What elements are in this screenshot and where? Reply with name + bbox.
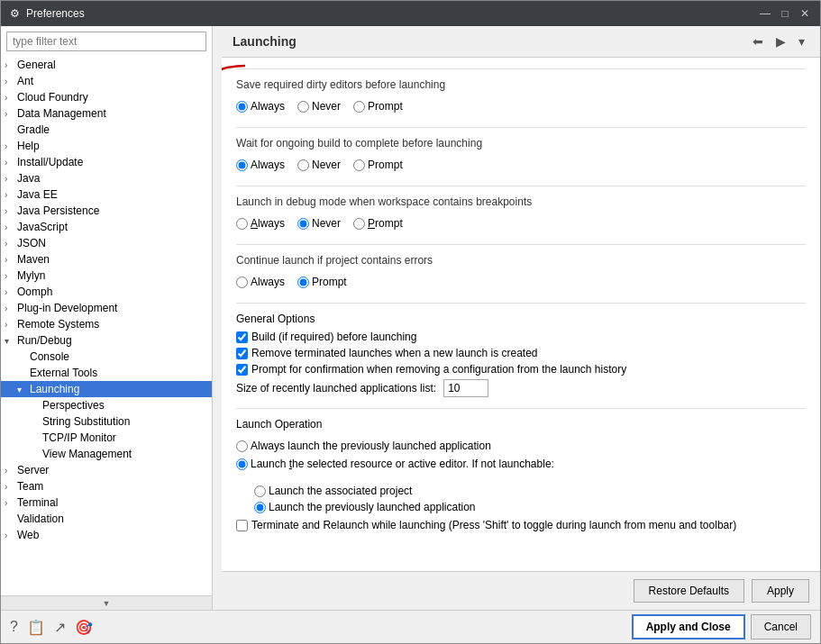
sidebar-item-plugin-development[interactable]: ›Plug-in Development xyxy=(1,300,212,316)
sidebar-item-mylyn[interactable]: ›Mylyn xyxy=(1,268,212,284)
sidebar-item-remote-systems[interactable]: ›Remote Systems xyxy=(1,316,212,332)
tree-label-run-debug: Run/Debug xyxy=(17,334,72,347)
filter-input[interactable] xyxy=(6,32,206,51)
tree-arrow-general: › xyxy=(5,60,17,70)
project-errors-prompt[interactable]: Prompt xyxy=(297,276,347,288)
sidebar-item-data-management[interactable]: ›Data Management xyxy=(1,105,212,122)
tree-arrow-launching: ▾ xyxy=(17,385,30,395)
sidebar-item-tcp-ip-monitor[interactable]: TCP/IP Monitor xyxy=(1,430,212,446)
launch-op-always[interactable]: Always launch the previously launched ap… xyxy=(236,440,491,452)
export-icon[interactable]: ↗ xyxy=(54,619,66,636)
sidebar-item-java-ee[interactable]: ›Java EE xyxy=(1,186,212,203)
panel-title: Launching xyxy=(233,34,296,49)
tree-arrow-javascript: › xyxy=(5,222,17,232)
debug-mode-section: Launch in debug mode when workspace cont… xyxy=(236,186,806,233)
help-icon[interactable]: ? xyxy=(10,619,18,635)
tree-label-oomph: Oomph xyxy=(17,286,52,298)
launch-assoc[interactable]: Launch the associated project xyxy=(254,485,806,497)
sidebar-item-maven[interactable]: ›Maven xyxy=(1,251,212,268)
launch-prev[interactable]: Launch the previously launched applicati… xyxy=(254,501,806,513)
sidebar-item-run-debug[interactable]: ▾Run/Debug xyxy=(1,332,212,349)
launch-op-selected[interactable]: Launch the selected resource or active e… xyxy=(236,458,554,470)
tree-arrow-terminal: › xyxy=(5,498,17,508)
sidebar-item-ant[interactable]: ›Ant xyxy=(1,73,212,89)
launch-operation-label: Launch Operation xyxy=(236,418,806,431)
tree-arrow-install-update: › xyxy=(5,158,17,168)
size-label: Size of recently launched applications l… xyxy=(236,382,436,395)
sidebar-item-external-tools[interactable]: External Tools xyxy=(1,365,212,381)
debug-mode-always[interactable]: Always xyxy=(236,217,285,230)
prompt-confirmation-option[interactable]: Prompt for confirmation when removing a … xyxy=(236,363,806,376)
sidebar-item-cloud-foundry[interactable]: ›Cloud Foundry xyxy=(1,89,212,105)
forward-button[interactable]: ▶ xyxy=(771,32,790,51)
sidebar-item-oomph[interactable]: ›Oomph xyxy=(1,284,212,300)
debug-mode-options: Always Never Prompt xyxy=(236,213,806,233)
tree-arrow-team: › xyxy=(5,482,17,492)
dirty-editors-prompt[interactable]: Prompt xyxy=(353,100,403,113)
ongoing-build-prompt[interactable]: Prompt xyxy=(353,159,403,171)
tree-label-general: General xyxy=(17,59,56,71)
sidebar-item-perspectives[interactable]: Perspectives xyxy=(1,397,212,413)
debug-mode-prompt[interactable]: Prompt xyxy=(353,217,403,230)
dirty-editors-always[interactable]: Always xyxy=(236,100,285,113)
ongoing-build-always[interactable]: Always xyxy=(236,159,285,171)
tree-arrow-help: › xyxy=(5,141,17,151)
tree-label-plugin-development: Plug-in Development xyxy=(17,302,117,314)
tree-arrow-data-management: › xyxy=(5,109,17,119)
sidebar-item-console[interactable]: Console xyxy=(1,349,212,365)
sidebar-item-web[interactable]: ›Web xyxy=(1,527,212,543)
dirty-editors-never[interactable]: Never xyxy=(297,100,341,113)
sidebar-item-java-persistence[interactable]: ›Java Persistence xyxy=(1,203,212,219)
panel-body: Save required dirty editors before launc… xyxy=(222,58,820,571)
maximize-button[interactable]: □ xyxy=(777,5,793,22)
sidebar-item-launching[interactable]: ▾Launching xyxy=(1,381,212,397)
tree-arrow-ant: › xyxy=(5,77,17,86)
project-errors-section: Continue launch if project contains erro… xyxy=(236,244,806,292)
dropdown-button[interactable]: ▾ xyxy=(794,32,809,51)
close-button[interactable]: ✕ xyxy=(797,5,813,22)
tree-label-console: Console xyxy=(30,350,69,363)
dirty-editors-section: Save required dirty editors before launc… xyxy=(236,68,806,116)
project-errors-always[interactable]: Always xyxy=(236,276,285,288)
right-panel: Launching ⬅ ▶ ▾ xyxy=(222,26,820,610)
build-required-option[interactable]: Build (if required) before launching xyxy=(236,331,806,343)
scroll-down-btn[interactable]: ▼ xyxy=(1,595,212,610)
project-errors-label: Continue launch if project contains erro… xyxy=(236,254,806,267)
apply-button[interactable]: Apply xyxy=(752,579,809,603)
sidebar-item-validation[interactable]: Validation xyxy=(1,511,212,527)
sidebar-item-install-update[interactable]: ›Install/Update xyxy=(1,154,212,170)
sidebar-item-team[interactable]: ›Team xyxy=(1,478,212,494)
tree-label-remote-systems: Remote Systems xyxy=(17,318,99,331)
back-button[interactable]: ⬅ xyxy=(748,32,768,51)
size-input[interactable] xyxy=(443,379,488,397)
remove-terminated-option[interactable]: Remove terminated launches when a new la… xyxy=(236,347,806,359)
sidebar-item-help[interactable]: ›Help xyxy=(1,138,212,154)
tree-label-web: Web xyxy=(17,529,39,541)
sidebar-item-terminal[interactable]: ›Terminal xyxy=(1,494,212,511)
sidebar-item-gradle[interactable]: Gradle xyxy=(1,122,212,138)
restore-defaults-button[interactable]: Restore Defaults xyxy=(634,579,744,603)
document-icon[interactable]: 📋 xyxy=(27,619,45,636)
sidebar-item-view-management[interactable]: View Management xyxy=(1,446,212,462)
apply-close-button[interactable]: Apply and Close xyxy=(632,614,745,639)
tree-arrow-json: › xyxy=(5,239,17,249)
sidebar-item-java[interactable]: ›Java xyxy=(1,170,212,186)
sidebar-item-javascript[interactable]: ›JavaScript xyxy=(1,219,212,235)
sidebar-item-json[interactable]: ›JSON xyxy=(1,235,212,251)
cancel-button[interactable]: Cancel xyxy=(751,614,811,639)
target-icon[interactable]: 🎯 xyxy=(75,619,93,636)
tree-arrow-java: › xyxy=(5,174,17,184)
general-options-section: General Options Build (if required) befo… xyxy=(236,303,806,397)
debug-mode-never[interactable]: Never xyxy=(297,217,341,230)
bottom-icons: ? 📋 ↗ 🎯 xyxy=(10,619,93,636)
tree-label-ant: Ant xyxy=(17,75,33,87)
sidebar-item-general[interactable]: ›General xyxy=(1,57,212,73)
tree-label-mylyn: Mylyn xyxy=(17,269,45,282)
tree-arrow-web: › xyxy=(5,531,17,540)
ongoing-build-never[interactable]: Never xyxy=(297,159,341,171)
minimize-button[interactable]: — xyxy=(757,5,773,22)
terminate-relaunch-option[interactable]: Terminate and Relaunch while launching (… xyxy=(236,519,806,531)
ongoing-build-label: Wait for ongoing build to complete befor… xyxy=(236,137,806,150)
sidebar-item-string-substitution[interactable]: String Substitution xyxy=(1,413,212,430)
sidebar-item-server[interactable]: ›Server xyxy=(1,462,212,478)
